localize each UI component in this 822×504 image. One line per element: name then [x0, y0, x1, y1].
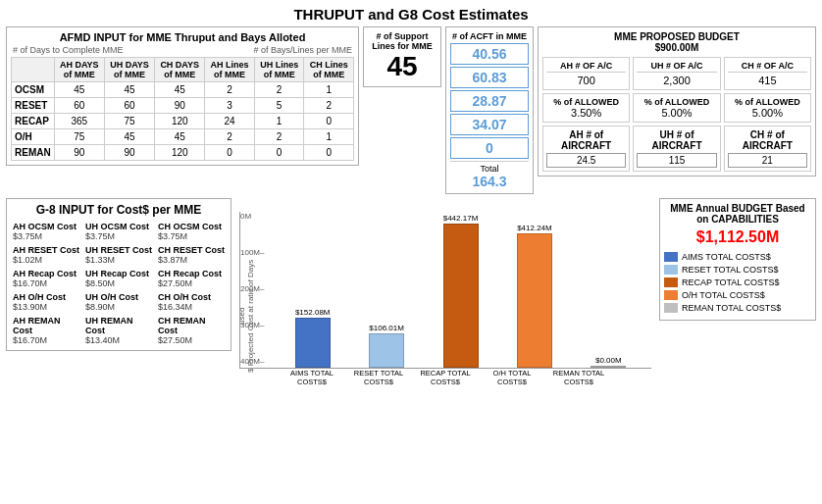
legend-color [664, 303, 678, 313]
legend-color [664, 277, 678, 287]
acft-label: # of ACFT in MME [450, 31, 529, 41]
legend-item: AIMS TOTAL COSTS$ [664, 252, 811, 262]
acft-box: # of ACFT in MME 40.5660.8328.8734.070 T… [445, 26, 534, 194]
legend-label: AIMS TOTAL COSTS$ [682, 252, 771, 262]
bar [591, 366, 626, 368]
bar-label: AIMS TOTAL COSTS$ [279, 369, 345, 386]
acft-value: 40.56 [450, 43, 529, 65]
g8-cell: CH Recap Cost$27.50M [156, 268, 227, 289]
mme-annual-value: $1,112.50M [664, 228, 811, 246]
afmd-table: AH DAYS of MME UH DAYS of MME CH DAYS of… [11, 57, 354, 161]
legend-color [664, 265, 678, 275]
page-title: THRUPUT and G8 Cost Estimates [0, 0, 822, 26]
afmd-title: AFMD INPUT for MME Thruput and Bays Allo… [11, 31, 354, 43]
support-value: 45 [368, 51, 437, 82]
bar-value-label: $412.24M [517, 224, 552, 232]
g8-cell: AH REMAN Cost$16.70M [11, 315, 81, 346]
bar-value-label: $0.00M [595, 356, 622, 365]
bar [517, 233, 552, 368]
chart-container: 400M–300M–200M–100M–0M $152.08M$106.01M$… [239, 212, 651, 369]
legend-label: RECAP TOTAL COSTS$ [682, 277, 780, 287]
bar-group: $0.00M [576, 356, 642, 368]
g8-cell: UH Recap Cost$8.50M [83, 268, 154, 289]
mme-budget-cell: CH # ofAIRCRAFT 21 [724, 126, 811, 172]
bar-group: $106.01M [353, 324, 419, 368]
bar [369, 333, 404, 368]
legend-item: RESET TOTAL COSTS$ [664, 265, 811, 275]
legend-item: RECAP TOTAL COSTS$ [664, 277, 811, 287]
g8-cell: CH REMAN Cost$27.50M [156, 315, 227, 346]
legend-label: RESET TOTAL COSTS$ [682, 265, 779, 275]
mme-annual-section: MME Annual BUDGET Based on CAPABILITIES … [659, 198, 816, 321]
afmd-sub-headers: # of Days to Complete MME # of Bays/Line… [11, 45, 354, 55]
bar-value-label: $106.01M [369, 324, 404, 332]
bar-value-label: $152.08M [295, 308, 331, 317]
mme-annual-title: MME Annual BUDGET Based on CAPABILITIES [664, 203, 811, 225]
legend-color [664, 290, 678, 300]
acft-value: 28.87 [450, 90, 529, 112]
g8-cell: CH O/H Cost$16.34M [156, 291, 227, 313]
bar-group: $442.17M [428, 214, 493, 368]
mme-budget-cell: UH # ofAIRCRAFT 115 [633, 126, 720, 172]
g8-cell: AH Recap Cost$16.70M [11, 268, 81, 289]
mme-budget-cell: % of ALLOWED3.50% [542, 93, 630, 123]
g8-cell: CH OCSM Cost$3.75M [156, 221, 227, 242]
g8-cell: AH OCSM Cost$3.75M [11, 221, 81, 242]
support-label: # of Support Lines for MME [368, 31, 437, 51]
g8-cell: UH OCSM Cost$3.75M [83, 221, 154, 242]
g8-cell: AH O/H Cost$13.90M [11, 291, 81, 313]
bar [295, 318, 331, 368]
g8-cell: CH RESET Cost$3.87M [156, 244, 227, 266]
mme-budget-title: MME PROPOSED BUDGET $900.00M [542, 31, 811, 53]
bar-group: $152.08M [280, 308, 345, 368]
acft-value: 60.83 [450, 67, 529, 88]
bar-label: RESET TOTAL COSTS$ [345, 369, 412, 386]
mme-budget-cell: % of ALLOWED5.00% [724, 93, 811, 123]
mme-budget-cell: CH # OF A/C415 [724, 57, 811, 90]
mme-budget-cell: % of ALLOWED5.00% [633, 93, 720, 123]
bar-label: RECAP TOTAL COSTS$ [412, 369, 479, 386]
afmd-section: AFMD INPUT for MME Thruput and Bays Allo… [6, 26, 359, 166]
acft-value: 34.07 [450, 114, 529, 135]
bar-label: REMAN TOTAL COSTS$ [545, 369, 612, 386]
mme-budget-cell: AH # ofAIRCRAFT 24.5 [542, 126, 630, 172]
bar [443, 224, 479, 368]
mme-budget-section: MME PROPOSED BUDGET $900.00M AH # OF A/C… [538, 26, 816, 176]
g8-title: G-8 INPUT for Cost$ per MME [11, 203, 227, 217]
acft-total-label: Total [450, 161, 529, 174]
mme-budget-cell: AH # OF A/C700 [542, 57, 630, 90]
mme-budget-cell: UH # OF A/C2,300 [633, 57, 720, 90]
acft-total-value: 164.3 [450, 174, 529, 189]
g8-cell: UH RESET Cost$1.33M [83, 244, 154, 266]
g8-section: G-8 INPUT for Cost$ per MME AH OCSM Cost… [6, 198, 231, 351]
legend-label: REMAN TOTAL COSTS$ [682, 303, 781, 313]
bar-label: O/H TOTAL COSTS$ [479, 369, 545, 386]
legend-item: REMAN TOTAL COSTS$ [664, 303, 811, 313]
bar-group: $412.24M [501, 224, 567, 368]
chart-y-axis: 400M–300M–200M–100M–0M [240, 212, 264, 368]
bar-value-label: $442.17M [443, 214, 479, 223]
support-box: # of Support Lines for MME 45 [363, 26, 441, 87]
legend-color [664, 252, 678, 262]
legend-item: O/H TOTAL COSTS$ [664, 290, 811, 300]
acft-value: 0 [450, 137, 529, 159]
g8-cell: UH REMAN Cost$13.40M [83, 315, 154, 346]
chart-section: $ Projected Cost at ratio of Days used 4… [235, 198, 655, 390]
legend-label: O/H TOTAL COSTS$ [682, 290, 765, 300]
g8-cell: UH O/H Cost$8.90M [83, 291, 154, 313]
g8-cell: AH RESET Cost$1.02M [11, 244, 81, 266]
